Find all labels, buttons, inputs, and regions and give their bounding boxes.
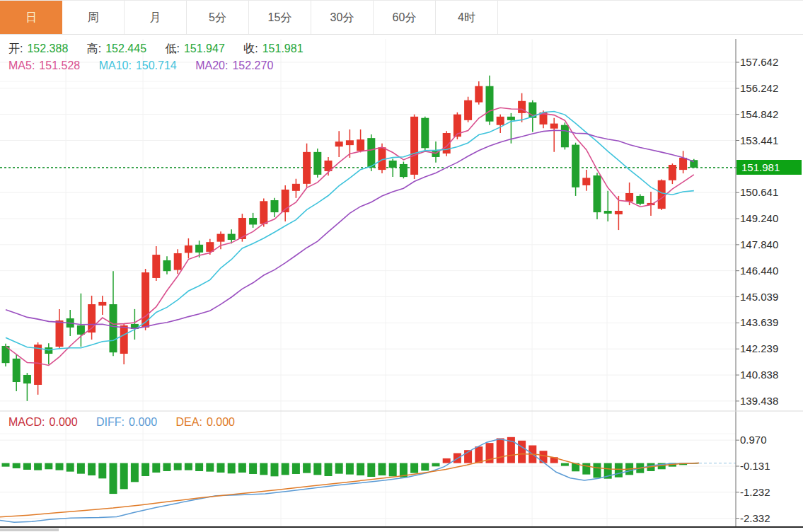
y-axis-label: 149.240	[740, 212, 778, 224]
open-label: 开:	[8, 42, 23, 54]
y-axis-label: 139.438	[740, 395, 778, 407]
high-label: 高:	[87, 42, 101, 54]
chart-frame	[0, 39, 803, 531]
diff-line	[0, 439, 699, 523]
macd-histogram	[2, 437, 698, 494]
tab-month[interactable]: 月	[125, 1, 187, 34]
y-axis-label: 157.642	[740, 56, 778, 68]
ohlc-readout: 开:152.388 高:152.445 低:151.947 收:151.981	[8, 42, 308, 57]
y-axis-label: -0.131	[740, 460, 770, 472]
y-axis-label: 0.970	[740, 434, 767, 446]
dea-value: 0.000	[207, 416, 235, 428]
scrollbar-stub[interactable]	[0, 528, 59, 531]
tab-day[interactable]: 日	[0, 1, 62, 34]
y-axis-label: 143.639	[740, 316, 778, 328]
tab-4hour[interactable]: 4时	[436, 1, 498, 34]
ma20-value: 152.270	[232, 59, 273, 71]
y-axis-label: 153.441	[740, 134, 778, 146]
y-axis-label: 154.842	[740, 108, 778, 120]
ma5-value: 151.528	[39, 59, 80, 71]
period-tabbar: 日 周 月 5分 15分 30分 60分 4时	[0, 0, 803, 35]
chart-canvas[interactable]	[0, 0, 803, 532]
ma10-value: 150.714	[136, 59, 177, 71]
last-price-marker: 151.981	[736, 160, 802, 175]
y-axis-label: 142.239	[740, 342, 778, 354]
ma-readout: MA5:151.528 MA10:150.714 MA20:152.270	[8, 59, 277, 72]
gridlines	[0, 39, 736, 527]
macd-value: 0.000	[50, 416, 78, 428]
ma5-label: MA5:	[8, 59, 35, 71]
tab-30min[interactable]: 30分	[311, 1, 374, 34]
y-axis-label: 150.641	[740, 186, 778, 198]
candlestick-layer	[2, 76, 698, 401]
tab-60min[interactable]: 60分	[374, 1, 436, 34]
ma20-label: MA20:	[195, 59, 228, 71]
y-axis-label: 156.242	[740, 82, 778, 94]
macd-readout: MACD:0.000 DIFF:0.000 DEA:0.000	[8, 416, 239, 429]
y-axis-label: 146.440	[740, 265, 778, 277]
diff-label: DIFF:	[96, 416, 125, 428]
ma20-line	[6, 130, 694, 328]
y-axis-label: -1.232	[740, 486, 770, 498]
kline-chart-app: 日 周 月 5分 15分 30分 60分 4时 开:152.388 高:152.…	[0, 0, 803, 532]
low-value: 151.947	[184, 42, 225, 54]
dea-label: DEA:	[176, 416, 202, 428]
high-value: 152.445	[105, 42, 146, 54]
tab-week[interactable]: 周	[62, 1, 125, 34]
diff-value: 0.000	[129, 416, 157, 428]
open-value: 152.388	[27, 42, 68, 54]
macd-label: MACD:	[8, 416, 45, 428]
low-label: 低:	[166, 42, 180, 54]
y-axis-label: 140.838	[740, 369, 778, 381]
tab-15min[interactable]: 15分	[249, 1, 311, 34]
tab-5min[interactable]: 5分	[187, 1, 249, 34]
y-axis-label: -2.332	[740, 512, 770, 524]
y-axis-label: 145.039	[740, 291, 778, 303]
ma10-label: MA10:	[99, 59, 132, 71]
y-axis-label: 147.840	[740, 238, 778, 250]
close-label: 收:	[243, 42, 258, 54]
close-value: 151.981	[262, 42, 304, 54]
